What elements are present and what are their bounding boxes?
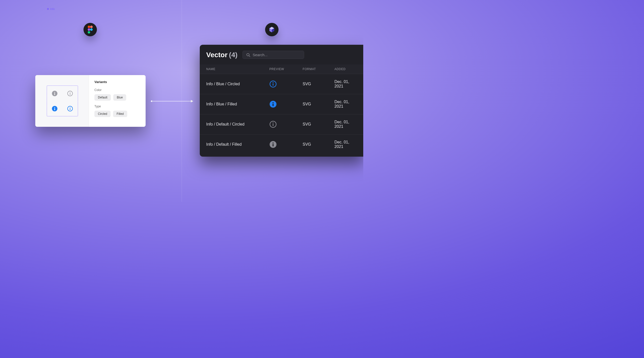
asset-added: Dec. 01, 2021	[334, 120, 357, 129]
svg-marker-24	[191, 100, 193, 102]
table-column-header: NAME PREVIEW FORMAT ADDED	[200, 64, 363, 74]
svg-rect-12	[54, 93, 55, 95]
info-default-filled-icon[interactable]	[52, 91, 58, 97]
svg-rect-29	[273, 84, 274, 86]
asset-preview	[269, 100, 302, 108]
search-box[interactable]	[242, 51, 304, 59]
svg-point-11	[54, 92, 55, 93]
variant-dashed-frame[interactable]	[47, 86, 78, 116]
info-default-circled-icon	[269, 121, 277, 128]
variant-group-type-label: Type	[94, 105, 140, 108]
info-default-circled-icon[interactable]	[67, 91, 73, 97]
asset-format: SVG	[302, 142, 334, 147]
asset-panel-title: Vector (4)	[206, 51, 238, 59]
figma-icon	[88, 26, 93, 34]
svg-rect-15	[70, 93, 70, 95]
svg-rect-21	[70, 108, 70, 110]
variant-group-color-label: Color	[94, 88, 140, 92]
table-row[interactable]: Info / Blue / Filled SVG Dec. 01, 2021	[200, 94, 363, 114]
svg-rect-18	[54, 108, 55, 110]
table-row[interactable]: Info / Default / Circled SVG Dec. 01, 20…	[200, 114, 363, 134]
svg-point-34	[272, 123, 274, 124]
component-label[interactable]: Info	[47, 8, 55, 11]
info-blue-filled-icon	[269, 100, 277, 108]
svg-rect-9	[47, 8, 49, 10]
component-name: Info	[50, 8, 55, 11]
asset-panel-header: Vector (4)	[200, 45, 363, 64]
svg-marker-22	[150, 100, 152, 102]
asset-added: Dec. 01, 2021	[334, 140, 357, 149]
info-blue-circled-icon[interactable]	[67, 106, 73, 112]
connector-arrow	[150, 100, 193, 103]
asset-preview	[269, 80, 302, 88]
svg-point-1	[90, 26, 93, 28]
svg-point-0	[88, 26, 90, 28]
svg-point-28	[272, 82, 274, 83]
asset-count: (4)	[229, 51, 238, 59]
info-blue-circled-icon	[269, 80, 277, 88]
svg-point-20	[70, 107, 70, 108]
svg-point-37	[272, 142, 274, 143]
asset-added: Dec. 01, 2021	[334, 100, 357, 109]
component-diamond-icon	[47, 8, 49, 10]
asset-added: Dec. 01, 2021	[334, 80, 357, 89]
asset-format: SVG	[302, 82, 334, 86]
asset-preview	[269, 121, 302, 128]
asset-format: SVG	[302, 122, 334, 127]
svg-point-3	[90, 28, 93, 31]
svg-line-26	[249, 56, 250, 57]
hex-cube-icon	[268, 26, 276, 33]
info-blue-filled-icon[interactable]	[52, 106, 58, 112]
variant-option-blue[interactable]: Blue	[113, 94, 126, 101]
variants-title: Variants	[94, 80, 140, 84]
col-name[interactable]: NAME	[206, 67, 269, 71]
destination-app-badge	[265, 23, 278, 36]
variant-group-type-options: Circled Filled	[94, 111, 140, 117]
svg-rect-38	[272, 144, 274, 146]
svg-point-14	[70, 92, 70, 93]
svg-rect-35	[273, 124, 274, 126]
search-input[interactable]	[253, 53, 300, 57]
variant-option-filled[interactable]: Filled	[113, 111, 127, 117]
asset-name: Info / Blue / Filled	[206, 102, 269, 106]
variant-option-circled[interactable]: Circled	[94, 111, 110, 117]
asset-table-panel: Vector (4) NAME PREVIEW FORMAT ADDED Inf…	[200, 45, 363, 157]
asset-format: SVG	[302, 102, 334, 106]
svg-rect-32	[272, 104, 274, 106]
asset-title-text: Vector	[206, 51, 228, 59]
search-icon	[246, 53, 250, 57]
table-row[interactable]: Info / Blue / Circled SVG Dec. 01, 2021	[200, 74, 363, 94]
table-row[interactable]: Info / Default / Filled SVG Dec. 01, 202…	[200, 134, 363, 154]
variant-option-default[interactable]: Default	[94, 94, 111, 101]
asset-name: Info / Default / Circled	[206, 122, 269, 127]
col-added[interactable]: ADDED	[334, 67, 357, 71]
svg-point-17	[54, 107, 55, 108]
asset-name: Info / Default / Filled	[206, 142, 269, 147]
asset-preview	[269, 141, 302, 148]
figma-app-badge	[84, 23, 97, 36]
asset-name: Info / Blue / Circled	[206, 82, 269, 86]
variant-group-color-options: Default Blue	[94, 94, 140, 101]
svg-point-31	[272, 102, 274, 103]
col-preview[interactable]: PREVIEW	[269, 67, 302, 71]
info-default-filled-icon	[269, 141, 277, 148]
svg-point-4	[88, 31, 90, 34]
col-format[interactable]: FORMAT	[302, 67, 334, 71]
svg-point-2	[88, 28, 90, 31]
figma-variants-sidebar: Variants Color Default Blue Type Circled…	[89, 75, 146, 127]
